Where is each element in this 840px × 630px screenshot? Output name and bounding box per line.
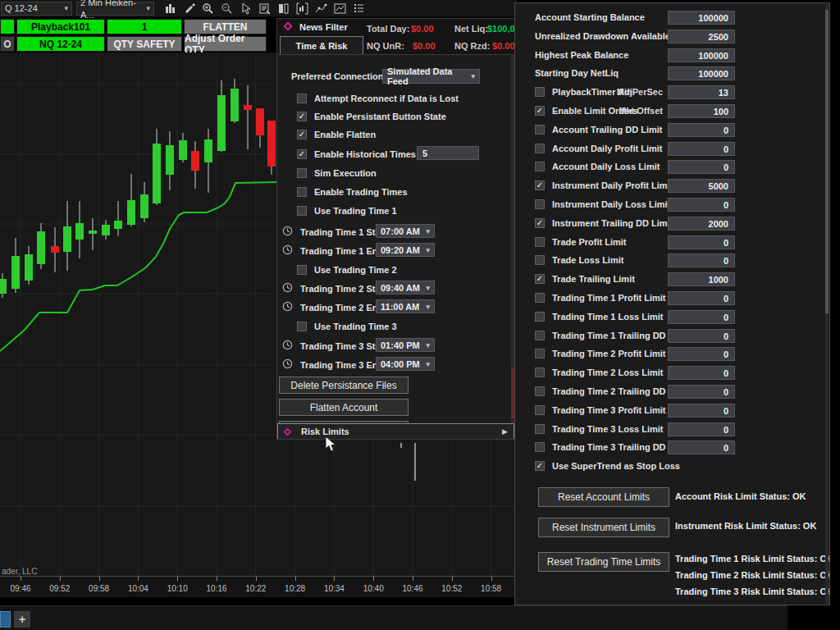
pencil-icon[interactable]: [183, 2, 195, 15]
line-chart-icon[interactable]: [315, 2, 327, 15]
workspace-tab[interactable]: [0, 611, 11, 628]
zoom-in-icon[interactable]: [202, 2, 214, 15]
limit-value-input[interactable]: 0: [668, 198, 735, 212]
panel-icon[interactable]: [277, 2, 290, 15]
time-dropdown[interactable]: 11:00 AM▾: [376, 299, 435, 313]
checkbox-checked[interactable]: ✓: [535, 218, 545, 228]
button-qty-safety[interactable]: QTY SAFETY: [107, 36, 182, 52]
button-reset-instrument-limits[interactable]: Reset Instrument Limits: [538, 518, 669, 537]
limit-value-input[interactable]: 0: [668, 329, 735, 343]
time-dropdown[interactable]: 04:00 PM▾: [376, 357, 435, 371]
news-filter-label: News Filter: [299, 22, 348, 32]
checkbox[interactable]: [535, 442, 545, 452]
checkbox-checked[interactable]: ✓: [535, 274, 545, 284]
scrollbar-thumb[interactable]: [825, 10, 829, 313]
instrument-dropdown[interactable]: Q 12-24 ▾: [1, 2, 72, 16]
button-nq-12-24[interactable]: NQ 12-24: [16, 36, 105, 52]
chart-box-icon[interactable]: [296, 2, 308, 15]
time-dropdown[interactable]: 09:40 AM▾: [376, 281, 435, 294]
chart-frame-icon[interactable]: [334, 2, 346, 15]
checkbox[interactable]: [535, 237, 545, 247]
pointer-icon[interactable]: [240, 2, 252, 15]
limit-value-input[interactable]: 0: [668, 291, 735, 305]
checkbox-checked[interactable]: ✓: [535, 461, 545, 471]
limit-value-input[interactable]: 0: [668, 385, 735, 399]
button-1[interactable]: 1: [107, 19, 182, 34]
checkbox[interactable]: [535, 386, 545, 396]
checkbox-checked[interactable]: ✓: [297, 112, 307, 121]
button-flatten-account[interactable]: Flatten Account: [279, 399, 409, 416]
limit-value-input[interactable]: 0: [668, 123, 735, 137]
checkbox[interactable]: [535, 144, 545, 153]
limit-value-input[interactable]: 0: [668, 441, 735, 454]
limit-label: Trading Time 2 Profit Limit: [552, 349, 666, 358]
button-reset-account-limits[interactable]: Reset Account Limits: [538, 487, 669, 507]
risk-status-text: Instrument Risk Limit Status: OK: [675, 521, 816, 531]
limit-value-input[interactable]: 0: [668, 347, 735, 361]
limit-value-input[interactable]: 0: [668, 366, 735, 380]
time-axis[interactable]: 09:4609:5209:5810:0410:1010:1610:2210:28…: [0, 576, 517, 597]
checkbox[interactable]: [535, 424, 545, 434]
limit-value-input[interactable]: 0: [668, 235, 735, 249]
limit-value-input[interactable]: 0: [668, 422, 735, 436]
time-dropdown[interactable]: 07:00 AM▾: [376, 224, 435, 238]
period-dropdown[interactable]: 2 Min Heiken-A... ▾: [76, 2, 154, 16]
limit-value-input[interactable]: 100000: [668, 48, 735, 62]
checkbox[interactable]: [535, 349, 545, 358]
limit-value-input[interactable]: 13: [668, 85, 735, 99]
limit-value-input[interactable]: 0: [668, 253, 735, 267]
list-icon[interactable]: [353, 2, 365, 15]
checkbox[interactable]: [297, 94, 307, 103]
button-adjust-order-qty[interactable]: Adjust Order QTY: [184, 36, 267, 52]
checkbox-checked[interactable]: ✓: [535, 180, 545, 190]
limit-value-input[interactable]: 2500: [668, 30, 735, 43]
checkbox[interactable]: [535, 162, 545, 171]
limit-value-input[interactable]: 0: [668, 142, 735, 156]
checkbox[interactable]: [535, 125, 545, 135]
limit-row: ✓Trade Trailing Limit: [535, 272, 635, 285]
tab-time-risk[interactable]: Time & Risk: [280, 36, 363, 54]
checkbox[interactable]: [535, 255, 545, 265]
add-workspace-button[interactable]: +: [14, 611, 30, 628]
report-icon[interactable]: [258, 2, 271, 15]
checkbox[interactable]: [535, 293, 545, 303]
time-row: Trading Time 3 End04:00 PM▾: [282, 358, 383, 372]
button-o[interactable]: O: [0, 36, 15, 52]
limit-value-input[interactable]: 0: [668, 310, 735, 324]
checkbox[interactable]: [297, 187, 307, 197]
preferred-connection-dropdown[interactable]: Simulated Data Feed ▾: [382, 69, 480, 84]
net-liq-label: Net Liq:: [454, 24, 488, 34]
checkbox[interactable]: [535, 312, 545, 322]
limit-value-input[interactable]: 5000: [668, 179, 735, 193]
zoom-out-icon[interactable]: [221, 2, 233, 15]
time-dropdown[interactable]: 09:20 AM▾: [376, 243, 435, 257]
limit-value-input[interactable]: 100: [668, 104, 735, 118]
axis-tick: [373, 577, 374, 581]
time-dropdown[interactable]: 01:40 PM▾: [376, 338, 435, 352]
axis-tick-label: 10:22: [245, 584, 266, 593]
button-reset-trading-time-limits[interactable]: Reset Trading Time Limits: [538, 552, 669, 572]
limit-value-input[interactable]: 2000: [668, 217, 735, 231]
limit-value-input[interactable]: 100000: [668, 66, 735, 80]
checkbox[interactable]: [297, 206, 307, 216]
checkbox[interactable]: [535, 368, 545, 377]
checkbox[interactable]: [297, 168, 307, 178]
limit-value-input[interactable]: 0: [668, 404, 735, 418]
button-delete-persistance-files[interactable]: Delete Persistance Files: [279, 377, 409, 394]
checkbox-checked[interactable]: ✓: [297, 149, 307, 159]
button-cell[interactable]: [0, 19, 15, 34]
limit-value-input[interactable]: 100000: [668, 11, 735, 25]
limit-value-input[interactable]: 1000: [668, 272, 735, 286]
checkbox[interactable]: [535, 331, 545, 340]
flatten-ticks-input[interactable]: 5: [417, 146, 479, 160]
checkbox[interactable]: [535, 199, 545, 209]
checkbox[interactable]: [535, 405, 545, 415]
button-playback101[interactable]: Playback101: [16, 19, 105, 34]
bar-chart-icon[interactable]: [164, 2, 176, 15]
right-panel-scrollbar[interactable]: [825, 5, 829, 604]
limit-value-input[interactable]: 0: [668, 160, 735, 174]
checkbox-checked[interactable]: ✓: [297, 130, 307, 139]
checkbox[interactable]: [297, 265, 307, 275]
menu-item-risk-limits[interactable]: Risk Limits ▶: [277, 423, 514, 440]
checkbox[interactable]: [297, 322, 307, 331]
